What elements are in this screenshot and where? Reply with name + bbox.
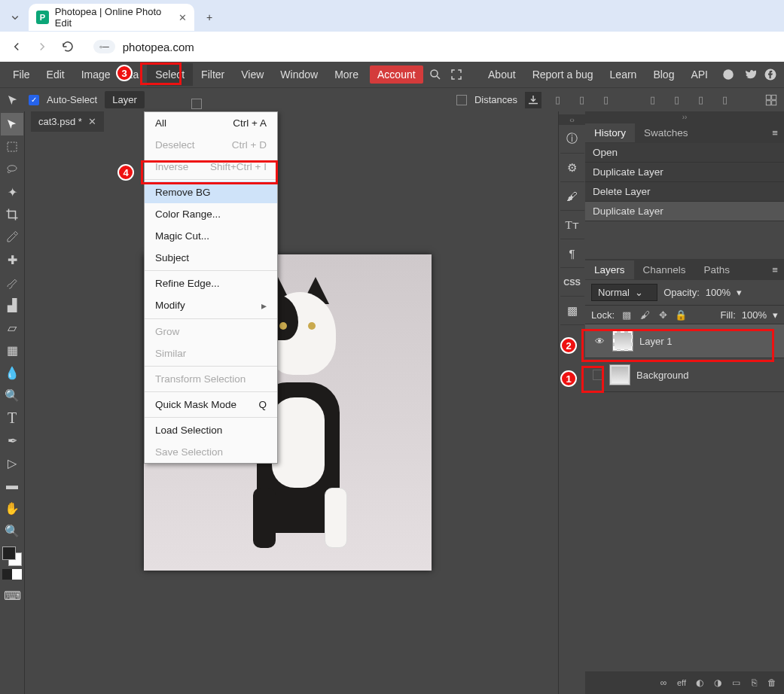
lock-trans-icon[interactable]: ▩ xyxy=(621,309,633,321)
fx-icon[interactable]: eff xyxy=(676,677,688,689)
eraser-tool[interactable]: ▱ xyxy=(1,316,23,339)
link-blog[interactable]: Blog xyxy=(645,63,682,86)
facebook-icon[interactable] xyxy=(761,65,779,84)
download-icon[interactable] xyxy=(525,92,541,108)
menu-view[interactable]: View xyxy=(233,63,272,86)
path-tool[interactable]: ▷ xyxy=(1,452,23,474)
align-left-icon[interactable]: ▯ xyxy=(549,92,566,108)
gradient-tool[interactable]: ▦ xyxy=(1,339,23,361)
reddit-icon[interactable] xyxy=(719,65,737,84)
eyedropper-tool[interactable] xyxy=(1,226,23,248)
pen-tool[interactable]: ✒ xyxy=(1,429,23,452)
lock-all-icon[interactable]: 🔒 xyxy=(675,309,687,321)
distribute-icon[interactable]: ▯ xyxy=(644,92,660,108)
link-api[interactable]: API xyxy=(682,63,716,86)
distribute-icon[interactable]: ▯ xyxy=(716,92,733,108)
distribute-icon[interactable]: ▯ xyxy=(692,92,709,108)
align-right-icon[interactable]: ▯ xyxy=(597,92,614,108)
fullscreen-icon[interactable] xyxy=(447,65,465,84)
blur-tool[interactable]: 💧 xyxy=(1,361,23,384)
tab-layers[interactable]: Layers xyxy=(585,260,634,279)
blend-mode-dropdown[interactable]: Normal ⌄ xyxy=(591,284,657,301)
opacity-value[interactable]: 100% xyxy=(706,287,731,298)
link-report[interactable]: Report a bug xyxy=(524,63,602,86)
wand-tool[interactable]: ✦ xyxy=(1,181,23,203)
align-center-icon[interactable]: ▯ xyxy=(573,92,590,108)
dd-save-sel[interactable]: Save Selection xyxy=(145,441,277,463)
history-item[interactable]: Duplicate Layer xyxy=(585,163,784,182)
paragraph-icon[interactable]: ¶ xyxy=(560,239,584,268)
adjustment-icon[interactable]: ◑ xyxy=(712,677,724,689)
new-layer-icon[interactable]: ⎘ xyxy=(748,677,760,689)
adjustments-icon[interactable]: ⚙ xyxy=(560,154,584,182)
dd-color-range[interactable]: Color Range... xyxy=(145,203,277,225)
dd-magic-cut[interactable]: Magic Cut... xyxy=(145,225,277,247)
link-about[interactable]: About xyxy=(480,63,524,86)
brush-panel-icon[interactable]: 🖌 xyxy=(560,182,584,211)
shape-tool[interactable]: ▬ xyxy=(1,474,23,497)
close-document-icon[interactable]: ✕ xyxy=(88,116,96,127)
lock-paint-icon[interactable]: 🖌 xyxy=(639,309,651,321)
auto-select-checkbox[interactable]: ✓ xyxy=(29,95,39,105)
panel-menu-icon[interactable]: ≡ xyxy=(766,260,784,279)
link-learn[interactable]: Learn xyxy=(602,63,645,86)
distances-checkbox[interactable] xyxy=(456,95,467,105)
menu-account[interactable]: Account xyxy=(370,65,423,84)
tab-swatches[interactable]: Swatches xyxy=(635,123,697,142)
dd-all[interactable]: AllCtrl + A xyxy=(145,112,277,134)
menu-edit[interactable]: Edit xyxy=(38,63,73,86)
dd-grow[interactable]: Grow xyxy=(145,321,277,342)
marquee-tool[interactable] xyxy=(1,135,23,158)
layer-dropdown[interactable]: Layer xyxy=(105,91,145,108)
fill-arrow-icon[interactable]: ▾ xyxy=(773,309,778,321)
panel-collapse-icon[interactable]: ›› xyxy=(585,111,784,122)
dd-refine-edge[interactable]: Refine Edge... xyxy=(145,272,277,294)
zoom-tool[interactable]: 🔍 xyxy=(1,519,23,542)
reload-button[interactable] xyxy=(60,39,75,54)
menu-more[interactable]: More xyxy=(326,63,367,86)
keyboard-icon[interactable]: ⌨ xyxy=(1,584,23,607)
layer-name[interactable]: Background xyxy=(636,370,688,381)
history-item[interactable]: Duplicate Layer xyxy=(585,202,784,221)
strip-collapse-icon[interactable]: ‹› xyxy=(559,114,585,125)
back-button[interactable] xyxy=(9,39,24,54)
history-item[interactable]: Delete Layer xyxy=(585,182,784,202)
dd-transform-sel[interactable]: Transform Selection xyxy=(145,368,277,390)
browser-tab[interactable]: P Photopea | Online Photo Edit ✕ xyxy=(29,4,194,31)
menu-filter[interactable]: Filter xyxy=(193,63,233,86)
tab-channels[interactable]: Channels xyxy=(634,260,695,279)
menu-window[interactable]: Window xyxy=(272,63,326,86)
new-tab-button[interactable]: + xyxy=(199,7,220,28)
healing-tool[interactable]: ✚ xyxy=(1,248,23,271)
link-layers-icon[interactable]: ∞ xyxy=(657,677,670,689)
lasso-tool[interactable] xyxy=(1,158,23,181)
distribute-icon[interactable]: ▯ xyxy=(668,92,685,108)
layer-row[interactable]: Background xyxy=(585,358,784,392)
move-tool[interactable] xyxy=(1,113,23,135)
stamp-tool[interactable]: ▟ xyxy=(1,294,23,316)
panel-menu-icon[interactable]: ≡ xyxy=(766,123,784,142)
type-tool[interactable]: T xyxy=(1,406,23,429)
fill-value[interactable]: 100% xyxy=(742,309,767,321)
site-info-chip[interactable]: ◦─ xyxy=(93,40,115,53)
quick-mask-icon[interactable] xyxy=(2,569,22,580)
tab-list-chevron-icon[interactable] xyxy=(6,8,24,26)
tab-history[interactable]: History xyxy=(585,123,635,142)
dd-similar[interactable]: Similar xyxy=(145,342,277,364)
dd-remove-bg[interactable]: Remove BG xyxy=(145,181,277,203)
url-text[interactable]: photopea.com xyxy=(123,41,194,53)
search-icon[interactable] xyxy=(426,65,444,84)
tr-controls-checkbox[interactable] xyxy=(191,99,202,109)
forward-button[interactable] xyxy=(35,39,50,54)
menu-file[interactable]: File xyxy=(5,63,38,86)
dd-quick-mask[interactable]: Quick Mask ModeQ xyxy=(145,394,277,415)
opacity-arrow-icon[interactable]: ▾ xyxy=(737,287,742,298)
lock-move-icon[interactable]: ✥ xyxy=(657,309,669,321)
crop-tool[interactable] xyxy=(1,203,23,226)
mask-icon[interactable]: ◐ xyxy=(694,677,706,689)
css-icon[interactable]: CSS xyxy=(560,268,584,297)
image-icon[interactable]: ▩ xyxy=(560,297,584,325)
dd-deselect[interactable]: DeselectCtrl + D xyxy=(145,134,277,156)
dd-load-sel[interactable]: Load Selection xyxy=(145,419,277,441)
folder-icon[interactable]: ▭ xyxy=(730,677,742,689)
